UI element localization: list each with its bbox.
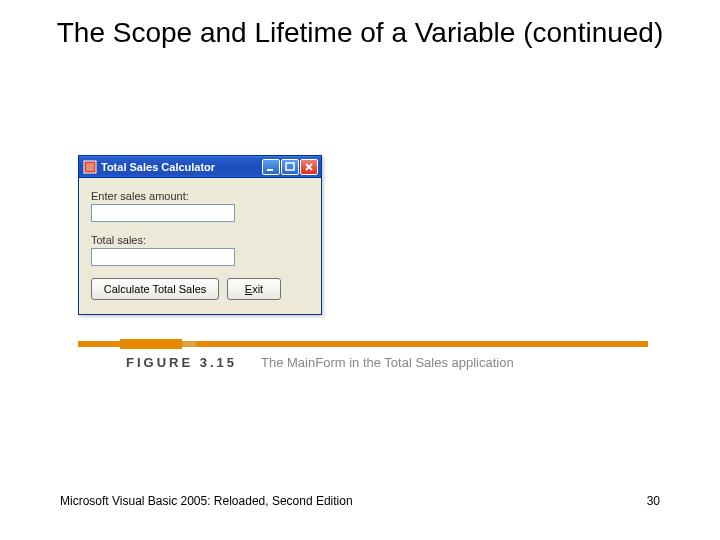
total-label: Total sales:	[91, 234, 309, 246]
caption-stripe	[78, 341, 648, 347]
calculate-button[interactable]: Calculate Total Sales	[91, 278, 219, 300]
svg-rect-2	[267, 169, 273, 171]
total-output	[91, 248, 235, 266]
figure-area: Total Sales Calculator Enter sales amoun…	[78, 155, 648, 370]
titlebar: Total Sales Calculator	[79, 156, 321, 178]
svg-rect-3	[286, 163, 294, 170]
app-window: Total Sales Calculator Enter sales amoun…	[78, 155, 322, 315]
close-icon	[304, 162, 314, 172]
window-client: Enter sales amount: Total sales: Calcula…	[79, 178, 321, 314]
app-icon	[83, 160, 97, 174]
amount-input[interactable]	[91, 204, 235, 222]
minimize-button[interactable]	[262, 159, 280, 175]
figure-caption-text: The MainForm in the Total Sales applicat…	[261, 355, 514, 370]
slide-title: The Scope and Lifetime of a Variable (co…	[0, 0, 720, 51]
amount-label: Enter sales amount:	[91, 190, 309, 202]
figure-caption: FIGURE 3.15 The MainForm in the Total Sa…	[78, 341, 648, 370]
figure-number: FIGURE 3.15	[126, 355, 237, 370]
close-button[interactable]	[300, 159, 318, 175]
exit-rest: xit	[252, 283, 263, 295]
minimize-icon	[266, 162, 276, 172]
window-title: Total Sales Calculator	[101, 161, 262, 173]
svg-rect-1	[86, 163, 94, 171]
page-number: 30	[647, 494, 660, 508]
maximize-icon	[285, 162, 295, 172]
maximize-button[interactable]	[281, 159, 299, 175]
exit-button[interactable]: Exit	[227, 278, 281, 300]
footer-text: Microsoft Visual Basic 2005: Reloaded, S…	[60, 494, 353, 508]
